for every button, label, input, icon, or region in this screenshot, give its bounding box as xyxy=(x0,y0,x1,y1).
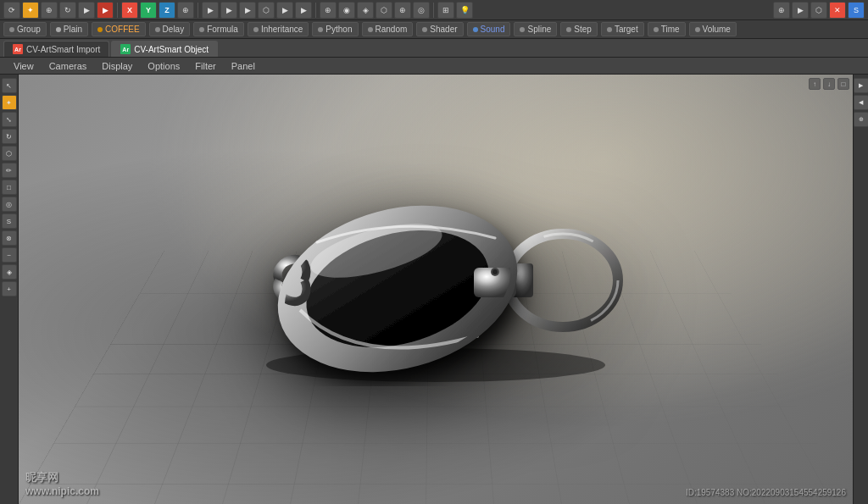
toolbar-icon-obj5[interactable]: ▶ xyxy=(276,2,293,19)
toolbar-sep-1 xyxy=(117,3,118,18)
toolbar-icon-obj1[interactable]: ▶ xyxy=(202,2,219,19)
toolbar-icon-move[interactable]: ✦ xyxy=(22,2,39,19)
toolbar-icon-z[interactable]: Z xyxy=(159,2,175,19)
sidebar-icon-move[interactable]: ✦ xyxy=(2,95,17,110)
toolbar-icon-right-3[interactable]: ⬡ xyxy=(810,2,827,19)
sidebar-icon-rotate[interactable]: ↻ xyxy=(2,129,17,144)
menu-filter[interactable]: Filter xyxy=(188,59,222,73)
toolbar-icon-obj3[interactable]: ▶ xyxy=(239,2,256,19)
keychain-3d-object xyxy=(232,149,639,386)
tag-dot-shader xyxy=(422,27,427,32)
toolbar-icon-mat1[interactable]: ⊕ xyxy=(320,2,337,19)
tab-cv-object[interactable]: Ar CV-ArtSmart Object xyxy=(111,41,218,57)
tag-time[interactable]: Time xyxy=(648,22,686,36)
tag-group[interactable]: Group xyxy=(3,22,47,36)
left-sidebar: ↖ ✦ ⤡ ↻ ⬡ ✏ □ ◎ S ⊗ ~ ◈ + xyxy=(0,75,19,504)
right-sidebar-icon-2[interactable]: ◀ xyxy=(854,95,869,110)
tag-dot-volume xyxy=(695,27,700,32)
tab-bar: Ar CV-ArtSmart Import Ar CV-ArtSmart Obj… xyxy=(0,39,868,58)
menu-bar: View Cameras Display Options Filter Pane… xyxy=(0,58,868,75)
tag-shader[interactable]: Shader xyxy=(416,22,463,36)
toolbar-icon-right-4[interactable]: ✕ xyxy=(829,2,846,19)
toolbar-icon-obj6[interactable]: ▶ xyxy=(295,2,312,19)
tag-python[interactable]: Python xyxy=(312,22,358,36)
tag-target[interactable]: Target xyxy=(601,22,644,36)
id-text: ID:19574383 NO:20220903154554259126 xyxy=(686,488,846,497)
toolbar-icon-rotate[interactable]: ↻ xyxy=(59,2,76,19)
toolbar-icon-render[interactable]: ▶ xyxy=(97,2,114,19)
tag-spline[interactable]: Spline xyxy=(514,22,557,36)
tag-dot-coffee xyxy=(97,27,103,32)
toolbar-sep-3 xyxy=(315,3,316,18)
viewport[interactable]: ↑ ↓ □ 昵享网 www.nipic.com ID:19574383 NO:2… xyxy=(19,75,853,504)
sidebar-icon-extra[interactable]: + xyxy=(2,281,17,296)
right-sidebar-icon-1[interactable]: ▶ xyxy=(854,78,869,93)
sidebar-icon-deform[interactable]: ⊗ xyxy=(2,230,17,246)
menu-display[interactable]: Display xyxy=(95,59,139,73)
tag-volume[interactable]: Volume xyxy=(689,22,737,36)
sidebar-icon-obj[interactable]: ⬡ xyxy=(2,146,17,161)
watermark-brand: 昵享网 xyxy=(25,470,99,485)
toolbar-icon-mat5[interactable]: ⊕ xyxy=(394,2,411,19)
menu-cameras[interactable]: Cameras xyxy=(42,59,94,73)
tag-random[interactable]: Random xyxy=(362,22,414,36)
sidebar-icon-camera[interactable]: □ xyxy=(2,180,17,195)
toolbar-icon-obj4[interactable]: ⬡ xyxy=(258,2,275,19)
tag-formula[interactable]: Formula xyxy=(193,22,244,36)
tag-dot-formula xyxy=(199,27,204,32)
toolbar-icon-mat6[interactable]: ◎ xyxy=(413,2,430,19)
tag-coffee[interactable]: COFFEE xyxy=(92,22,146,36)
tag-dot-random xyxy=(368,27,373,32)
svg-point-9 xyxy=(492,269,498,274)
tab-cv-import[interactable]: Ar CV-ArtSmart Import xyxy=(3,41,109,57)
sidebar-icon-paint[interactable]: ✏ xyxy=(2,163,17,178)
tag-sound[interactable]: Sound xyxy=(467,22,511,36)
viewport-render: ↑ ↓ □ 昵享网 www.nipic.com ID:19574383 NO:2… xyxy=(19,75,853,504)
toolbar-sep-4 xyxy=(433,3,434,18)
tag-step[interactable]: Step xyxy=(560,22,598,36)
toolbar-icon-mat4[interactable]: ⬡ xyxy=(376,2,392,19)
viewport-btn-down[interactable]: ↓ xyxy=(823,78,835,90)
tag-dot-group xyxy=(9,27,14,32)
tag-inheritance[interactable]: Inheritance xyxy=(248,22,309,36)
toolbar-icon-right-2[interactable]: ▶ xyxy=(792,2,809,19)
toolbar-sep-2 xyxy=(198,3,198,18)
tag-dot-time xyxy=(654,27,659,32)
right-sidebar-icon-3[interactable]: ⊕ xyxy=(854,112,869,127)
sidebar-icon-scene[interactable]: S xyxy=(2,213,17,229)
toolbar-icon-x[interactable]: X xyxy=(121,2,138,19)
toolbar-icon-mat2[interactable]: ◉ xyxy=(338,2,355,19)
toolbar-icon-snap[interactable]: ⊞ xyxy=(437,2,454,19)
toolbar-icon-anim[interactable]: ▶ xyxy=(78,2,95,19)
tab-icon-object: Ar xyxy=(120,44,131,54)
tag-dot-step xyxy=(566,27,571,32)
viewport-btn-up[interactable]: ↑ xyxy=(809,78,821,90)
sidebar-icon-spline[interactable]: ~ xyxy=(2,247,17,263)
sidebar-icon-scale[interactable]: ⤡ xyxy=(2,112,17,127)
watermark: 昵享网 www.nipic.com xyxy=(25,470,99,497)
toolbar-icon-scale[interactable]: ⊕ xyxy=(41,2,58,19)
sidebar-icon-light[interactable]: ◎ xyxy=(2,197,17,212)
tag-dot-python xyxy=(318,27,323,32)
sidebar-icon-select[interactable]: ↖ xyxy=(2,78,17,93)
toolbar-icon-right-1[interactable]: ⊕ xyxy=(773,2,790,19)
top-toolbar: ⟳ ✦ ⊕ ↻ ▶ ▶ X Y Z ⊕ ▶ ▶ ▶ ⬡ ▶ ▶ ⊕ ◉ ◈ ⬡ … xyxy=(0,0,868,20)
toolbar-icon-world[interactable]: ⊕ xyxy=(177,2,194,19)
toolbar-icon-mat3[interactable]: ◈ xyxy=(357,2,374,19)
menu-view[interactable]: View xyxy=(7,59,41,73)
viewport-btn-maximize[interactable]: □ xyxy=(837,78,849,90)
main-area: ↖ ✦ ⤡ ↻ ⬡ ✏ □ ◎ S ⊗ ~ ◈ + xyxy=(0,75,868,504)
tag-toolbar: Group Plain COFFEE Delay Formula Inherit… xyxy=(0,20,868,39)
toolbar-icon-undo[interactable]: ⟳ xyxy=(3,2,20,19)
toolbar-icon-y[interactable]: Y xyxy=(140,2,157,19)
toolbar-icon-light[interactable]: 💡 xyxy=(456,2,473,19)
menu-panel[interactable]: Panel xyxy=(225,59,262,73)
tag-dot-spline xyxy=(520,27,525,32)
sidebar-icon-model[interactable]: ◈ xyxy=(2,264,17,280)
tag-plain[interactable]: Plain xyxy=(50,22,88,36)
tag-dot-plain xyxy=(56,27,61,32)
menu-options[interactable]: Options xyxy=(141,59,186,73)
toolbar-icon-obj2[interactable]: ▶ xyxy=(220,2,237,19)
tag-delay[interactable]: Delay xyxy=(149,22,191,36)
toolbar-icon-right-5[interactable]: S xyxy=(848,2,865,19)
